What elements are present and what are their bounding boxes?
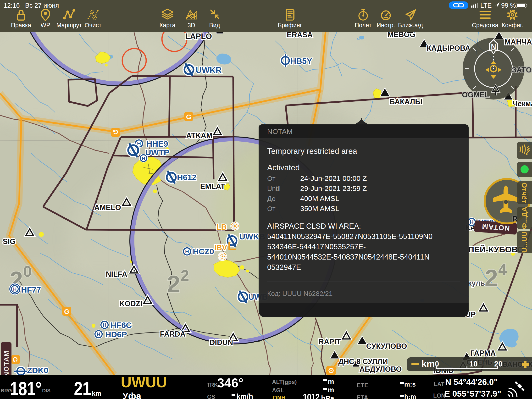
svg-text:EMLAT: EMLAT [200, 182, 225, 191]
svg-text:G: G [186, 113, 191, 120]
svg-text:БАКАЛЫ: БАКАЛЫ [389, 98, 422, 106]
svg-text:NILFA: NILFA [106, 270, 127, 279]
svg-text:HHE9: HHE9 [146, 139, 168, 148]
svg-text:2: 2 [181, 267, 189, 284]
svg-text:G: G [113, 128, 118, 136]
svg-text:NOTAM: NOTAM [3, 350, 10, 377]
svg-text:2: 2 [485, 265, 498, 291]
svg-text:0: 0 [23, 263, 32, 280]
svg-text:HCZ0: HCZ0 [193, 247, 214, 256]
svg-text:H612: H612 [177, 173, 196, 182]
svg-text:H: H [185, 248, 189, 254]
svg-text:H: H [103, 322, 107, 328]
svg-text:KODZI: KODZI [119, 299, 142, 308]
svg-text:LB: LB [216, 223, 227, 231]
svg-text:ПЕЙ-КУБОВО: ПЕЙ-КУБОВО [468, 245, 524, 254]
svg-text:H: H [13, 287, 17, 292]
svg-text:99 %: 99 % [501, 2, 516, 9]
svg-text:ДНС 8 СУЛЛИ: ДНС 8 СУЛЛИ [338, 357, 388, 366]
svg-text:DIDUN: DIDUN [209, 338, 233, 347]
svg-text:HF6C: HF6C [111, 321, 132, 330]
svg-text:UWTP: UWTP [145, 148, 169, 157]
svg-text:H: H [470, 219, 474, 225]
svg-text:SIG: SIG [3, 237, 16, 246]
svg-text:куль: куль [468, 279, 485, 287]
svg-text:ZDK0: ZDK0 [27, 366, 48, 375]
svg-text:2: 2 [167, 271, 180, 297]
svg-text:H: H [142, 156, 145, 161]
svg-text:LTE: LTE [480, 2, 492, 9]
svg-text:АБДУЛОВО: АБДУЛОВО [360, 365, 402, 374]
svg-text:G: G [12, 357, 19, 362]
svg-text:H: H [97, 331, 101, 337]
svg-text:RAPIT: RAPIT [319, 337, 341, 346]
svg-text:4: 4 [498, 261, 507, 278]
svg-text:IBV: IBV [214, 243, 227, 252]
svg-text:UWKR: UWKR [196, 65, 222, 75]
svg-text:Чекмагуш: Чекмагуш [512, 100, 532, 108]
svg-text:G: G [64, 308, 69, 315]
svg-text:HF77: HF77 [21, 285, 41, 294]
svg-text:LAPLO: LAPLO [185, 32, 212, 41]
svg-text:FARDA: FARDA [160, 330, 186, 338]
svg-text:HB5Y: HB5Y [290, 57, 312, 66]
svg-text:AMELO: AMELO [94, 203, 121, 212]
svg-text:ATKAM: ATKAM [186, 131, 212, 140]
svg-text:ERASA: ERASA [287, 31, 313, 39]
svg-text:ГАРМА: ГАРМА [470, 349, 496, 357]
svg-text:N: N [491, 43, 496, 51]
svg-text:HD6P: HD6P [105, 330, 127, 339]
svg-text:СУКУЛОВО: СУКУЛОВО [366, 342, 407, 350]
